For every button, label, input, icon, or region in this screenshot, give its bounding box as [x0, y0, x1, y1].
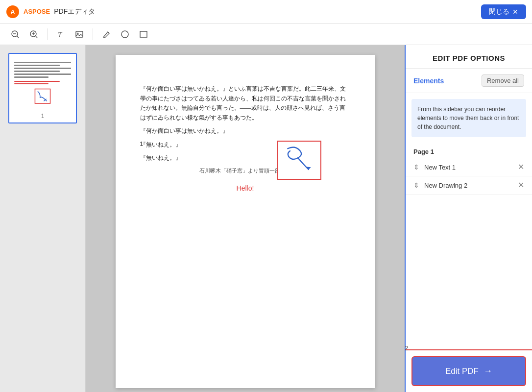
- aspose-logo: A: [6, 5, 20, 19]
- main-container: 1 『何か面白い事は無いかねえ。』といふ言葉は不吉な言葉だ。此二三年来、文學の事…: [0, 45, 532, 392]
- sidebar-elements-row: Elements Remove all: [406, 69, 532, 93]
- sidebar-info-box: From this sidebar you can reorder elemen…: [411, 99, 526, 137]
- pdf-page: 『何か面白い事は無いかねえ。』といふ言葉は不吉な言葉だ。此二三年来、文學の事にた…: [116, 55, 375, 388]
- svg-point-13: [121, 31, 128, 38]
- sidebar-title: EDIT PDF OPTIONS: [406, 45, 532, 69]
- header-left: A ASPOSE PDFエディタ: [6, 5, 95, 19]
- svg-text:A: A: [10, 8, 15, 16]
- remove-all-button[interactable]: Remove all: [482, 74, 524, 87]
- sidebar-element-item-1[interactable]: ⇕ New Text 1 ✕: [406, 158, 532, 176]
- drawing-svg: [278, 142, 320, 179]
- svg-point-11: [77, 32, 79, 34]
- sidebar-spacer: [406, 195, 532, 349]
- toolbar-divider-1: [47, 28, 48, 40]
- toolbar: T: [0, 24, 532, 45]
- edit-pdf-label: Edit PDF: [445, 367, 479, 376]
- page2-badge: 2: [405, 344, 408, 352]
- sidebar: EDIT PDF OPTIONS Elements Remove all Fro…: [405, 45, 532, 392]
- zoom-in-button[interactable]: [26, 27, 41, 42]
- app-title: PDFエディタ: [54, 7, 95, 16]
- edit-pdf-arrow-icon: →: [484, 366, 492, 376]
- svg-rect-15: [35, 89, 50, 104]
- sidebar-page1-label: Page 1: [406, 143, 532, 158]
- header: A ASPOSE PDFエディタ 閉じる ✕: [0, 0, 532, 24]
- elements-label: Elements: [413, 77, 444, 85]
- close-label: 閉じる: [489, 7, 509, 16]
- svg-line-12: [108, 32, 109, 33]
- pdf-paragraph: 『何か面白い事は無いかねえ。』といふ言葉は不吉な言葉だ。此二三年来、文學の事にた…: [140, 84, 351, 122]
- sort-icon-1: ⇕: [413, 163, 419, 171]
- text-tool-button[interactable]: T: [53, 27, 68, 42]
- viewer-area[interactable]: 『何か面白い事は無いかねえ。』といふ言葉は不吉な言葉だ。此二三年来、文學の事にた…: [86, 45, 405, 392]
- svg-line-8: [36, 36, 37, 38]
- delete-element-1-icon[interactable]: ✕: [518, 163, 524, 171]
- image-tool-button[interactable]: [72, 27, 87, 42]
- thumbnail-panel: 1: [0, 45, 86, 392]
- logo-text: ASPOSE: [24, 8, 50, 15]
- svg-rect-14: [140, 31, 147, 37]
- thumbnail-page-1[interactable]: 1: [8, 53, 77, 123]
- close-button[interactable]: 閉じる ✕: [481, 4, 526, 19]
- svg-marker-16: [305, 167, 311, 170]
- pdf-hello: Hello!: [140, 184, 351, 192]
- svg-text:T: T: [58, 31, 63, 39]
- toolbar-divider-2: [93, 28, 93, 40]
- rect-tool-button[interactable]: [136, 27, 151, 42]
- svg-rect-10: [76, 31, 83, 37]
- drawing-element[interactable]: [277, 141, 321, 180]
- element-name-2: New Drawing 2: [424, 182, 513, 189]
- svg-line-4: [17, 36, 19, 38]
- pen-tool-button[interactable]: [99, 27, 114, 42]
- delete-element-2-icon[interactable]: ✕: [518, 181, 524, 189]
- close-x-icon: ✕: [512, 8, 518, 16]
- pdf-quote1: 『何か面白い事は無いかねえ。』: [140, 126, 351, 136]
- circle-tool-button[interactable]: [118, 27, 132, 42]
- thumbnail-page-number: 1: [12, 113, 73, 120]
- element-name-1: New Text 1: [424, 164, 513, 171]
- thumbnail-content: [12, 57, 73, 111]
- content-page-num: 1: [140, 141, 144, 147]
- sidebar-element-item-2[interactable]: ⇕ New Drawing 2 ✕: [406, 176, 532, 195]
- zoom-out-button[interactable]: [8, 27, 23, 42]
- sort-icon-2: ⇕: [413, 181, 419, 189]
- sidebar-bottom: 2 Edit PDF →: [406, 349, 532, 392]
- edit-pdf-button[interactable]: Edit PDF →: [411, 356, 526, 386]
